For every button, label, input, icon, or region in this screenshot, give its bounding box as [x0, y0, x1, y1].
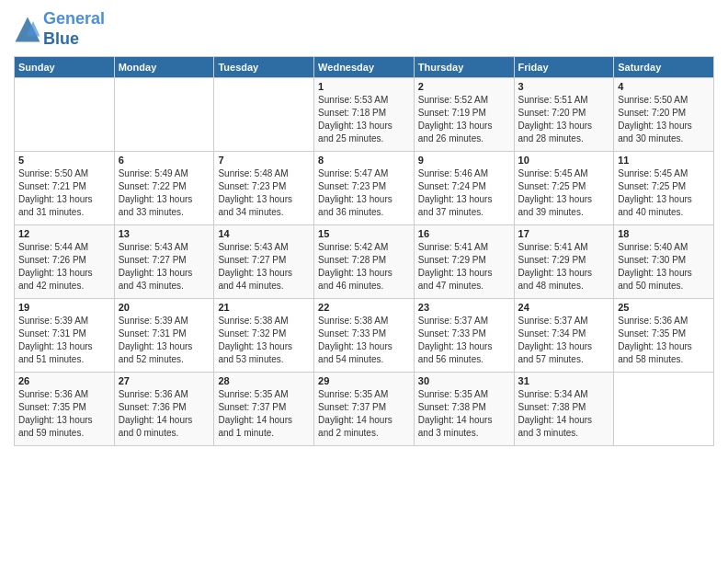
calendar-week-row: 1Sunrise: 5:53 AM Sunset: 7:18 PM Daylig… [15, 78, 714, 152]
day-info: Sunrise: 5:34 AM Sunset: 7:38 PM Dayligh… [518, 388, 610, 440]
day-number: 23 [418, 302, 510, 313]
day-number: 15 [318, 228, 410, 239]
day-number: 21 [218, 302, 310, 313]
day-number: 14 [218, 228, 310, 239]
day-number: 9 [418, 155, 510, 166]
day-info: Sunrise: 5:49 AM Sunset: 7:22 PM Dayligh… [119, 167, 210, 219]
calendar-cell: 26Sunrise: 5:36 AM Sunset: 7:35 PM Dayli… [15, 373, 115, 446]
calendar-cell: 6Sunrise: 5:49 AM Sunset: 7:22 PM Daylig… [114, 152, 214, 225]
day-number: 16 [418, 228, 510, 239]
calendar-header: SundayMondayTuesdayWednesdayThursdayFrid… [15, 57, 714, 78]
calendar-cell [214, 78, 314, 152]
day-info: Sunrise: 5:48 AM Sunset: 7:23 PM Dayligh… [218, 167, 310, 219]
day-number: 11 [618, 155, 710, 166]
day-number: 6 [119, 155, 210, 166]
calendar-week-row: 5Sunrise: 5:50 AM Sunset: 7:21 PM Daylig… [15, 152, 714, 225]
day-info: Sunrise: 5:43 AM Sunset: 7:27 PM Dayligh… [218, 241, 310, 293]
day-info: Sunrise: 5:45 AM Sunset: 7:25 PM Dayligh… [618, 167, 710, 219]
day-number: 26 [18, 375, 110, 386]
day-number: 10 [518, 155, 610, 166]
day-info: Sunrise: 5:35 AM Sunset: 7:37 PM Dayligh… [318, 388, 410, 440]
day-number: 2 [418, 81, 510, 92]
calendar-cell: 14Sunrise: 5:43 AM Sunset: 7:27 PM Dayli… [214, 225, 314, 299]
header-row: SundayMondayTuesdayWednesdayThursdayFrid… [15, 57, 714, 78]
calendar-cell: 30Sunrise: 5:35 AM Sunset: 7:38 PM Dayli… [414, 373, 514, 446]
day-number: 13 [119, 228, 210, 239]
calendar-cell: 15Sunrise: 5:42 AM Sunset: 7:28 PM Dayli… [314, 225, 415, 299]
calendar-cell: 12Sunrise: 5:44 AM Sunset: 7:26 PM Dayli… [15, 225, 115, 299]
day-number: 20 [119, 302, 210, 313]
calendar-cell: 3Sunrise: 5:51 AM Sunset: 7:20 PM Daylig… [514, 78, 614, 152]
calendar-cell: 5Sunrise: 5:50 AM Sunset: 7:21 PM Daylig… [15, 152, 115, 225]
calendar-cell: 29Sunrise: 5:35 AM Sunset: 7:37 PM Dayli… [314, 373, 415, 446]
day-info: Sunrise: 5:41 AM Sunset: 7:29 PM Dayligh… [418, 241, 510, 293]
day-number: 12 [18, 228, 110, 239]
calendar-cell: 21Sunrise: 5:38 AM Sunset: 7:32 PM Dayli… [214, 299, 314, 373]
calendar-cell: 7Sunrise: 5:48 AM Sunset: 7:23 PM Daylig… [214, 152, 314, 225]
day-info: Sunrise: 5:35 AM Sunset: 7:37 PM Dayligh… [218, 388, 310, 440]
day-number: 28 [218, 375, 310, 386]
weekday-header: Saturday [614, 57, 714, 78]
day-info: Sunrise: 5:36 AM Sunset: 7:36 PM Dayligh… [119, 388, 210, 440]
calendar-cell: 25Sunrise: 5:36 AM Sunset: 7:35 PM Dayli… [614, 299, 714, 373]
weekday-header: Thursday [414, 57, 514, 78]
calendar-cell: 10Sunrise: 5:45 AM Sunset: 7:25 PM Dayli… [514, 152, 614, 225]
calendar-cell: 27Sunrise: 5:36 AM Sunset: 7:36 PM Dayli… [114, 373, 214, 446]
day-info: Sunrise: 5:38 AM Sunset: 7:33 PM Dayligh… [318, 315, 410, 366]
day-info: Sunrise: 5:40 AM Sunset: 7:30 PM Dayligh… [618, 241, 710, 293]
calendar-cell: 4Sunrise: 5:50 AM Sunset: 7:20 PM Daylig… [614, 78, 714, 152]
day-info: Sunrise: 5:42 AM Sunset: 7:28 PM Dayligh… [318, 241, 410, 293]
calendar-cell: 20Sunrise: 5:39 AM Sunset: 7:31 PM Dayli… [114, 299, 214, 373]
page-header: General Blue [14, 9, 714, 49]
calendar-cell [114, 78, 214, 152]
page-container: General Blue SundayMondayTuesdayWednesda… [0, 0, 728, 455]
day-info: Sunrise: 5:39 AM Sunset: 7:31 PM Dayligh… [119, 315, 210, 366]
day-number: 31 [518, 375, 610, 386]
calendar-table: SundayMondayTuesdayWednesdayThursdayFrid… [14, 56, 714, 446]
calendar-cell: 31Sunrise: 5:34 AM Sunset: 7:38 PM Dayli… [514, 373, 614, 446]
calendar-cell: 2Sunrise: 5:52 AM Sunset: 7:19 PM Daylig… [414, 78, 514, 152]
day-number: 3 [518, 81, 610, 92]
logo: General Blue [14, 9, 105, 49]
day-number: 17 [518, 228, 610, 239]
day-info: Sunrise: 5:44 AM Sunset: 7:26 PM Dayligh… [18, 241, 110, 293]
day-info: Sunrise: 5:47 AM Sunset: 7:23 PM Dayligh… [318, 167, 410, 219]
day-number: 19 [18, 302, 110, 313]
calendar-cell [15, 78, 115, 152]
calendar-cell: 17Sunrise: 5:41 AM Sunset: 7:29 PM Dayli… [514, 225, 614, 299]
weekday-header: Monday [114, 57, 214, 78]
day-number: 4 [618, 81, 710, 92]
calendar-week-row: 12Sunrise: 5:44 AM Sunset: 7:26 PM Dayli… [15, 225, 714, 299]
calendar-cell: 1Sunrise: 5:53 AM Sunset: 7:18 PM Daylig… [314, 78, 415, 152]
day-number: 30 [418, 375, 510, 386]
day-number: 1 [318, 81, 410, 92]
calendar-cell: 23Sunrise: 5:37 AM Sunset: 7:33 PM Dayli… [414, 299, 514, 373]
weekday-header: Friday [514, 57, 614, 78]
weekday-header: Tuesday [214, 57, 314, 78]
day-info: Sunrise: 5:45 AM Sunset: 7:25 PM Dayligh… [518, 167, 610, 219]
day-number: 27 [119, 375, 210, 386]
day-info: Sunrise: 5:37 AM Sunset: 7:34 PM Dayligh… [518, 315, 610, 366]
calendar-cell: 19Sunrise: 5:39 AM Sunset: 7:31 PM Dayli… [15, 299, 115, 373]
day-info: Sunrise: 5:38 AM Sunset: 7:32 PM Dayligh… [218, 315, 310, 366]
logo-text: General Blue [43, 9, 105, 49]
calendar-cell: 8Sunrise: 5:47 AM Sunset: 7:23 PM Daylig… [314, 152, 415, 225]
day-number: 25 [618, 302, 710, 313]
weekday-header: Wednesday [314, 57, 415, 78]
weekday-header: Sunday [15, 57, 115, 78]
day-info: Sunrise: 5:41 AM Sunset: 7:29 PM Dayligh… [518, 241, 610, 293]
day-info: Sunrise: 5:52 AM Sunset: 7:19 PM Dayligh… [418, 94, 510, 145]
day-info: Sunrise: 5:43 AM Sunset: 7:27 PM Dayligh… [119, 241, 210, 293]
day-number: 22 [318, 302, 410, 313]
day-number: 24 [518, 302, 610, 313]
day-number: 29 [318, 375, 410, 386]
day-info: Sunrise: 5:51 AM Sunset: 7:20 PM Dayligh… [518, 94, 610, 145]
day-info: Sunrise: 5:36 AM Sunset: 7:35 PM Dayligh… [618, 315, 710, 366]
calendar-cell: 24Sunrise: 5:37 AM Sunset: 7:34 PM Dayli… [514, 299, 614, 373]
day-info: Sunrise: 5:46 AM Sunset: 7:24 PM Dayligh… [418, 167, 510, 219]
calendar-cell: 22Sunrise: 5:38 AM Sunset: 7:33 PM Dayli… [314, 299, 415, 373]
day-info: Sunrise: 5:53 AM Sunset: 7:18 PM Dayligh… [318, 94, 410, 145]
calendar-body: 1Sunrise: 5:53 AM Sunset: 7:18 PM Daylig… [15, 78, 714, 446]
calendar-cell: 13Sunrise: 5:43 AM Sunset: 7:27 PM Dayli… [114, 225, 214, 299]
day-info: Sunrise: 5:37 AM Sunset: 7:33 PM Dayligh… [418, 315, 510, 366]
